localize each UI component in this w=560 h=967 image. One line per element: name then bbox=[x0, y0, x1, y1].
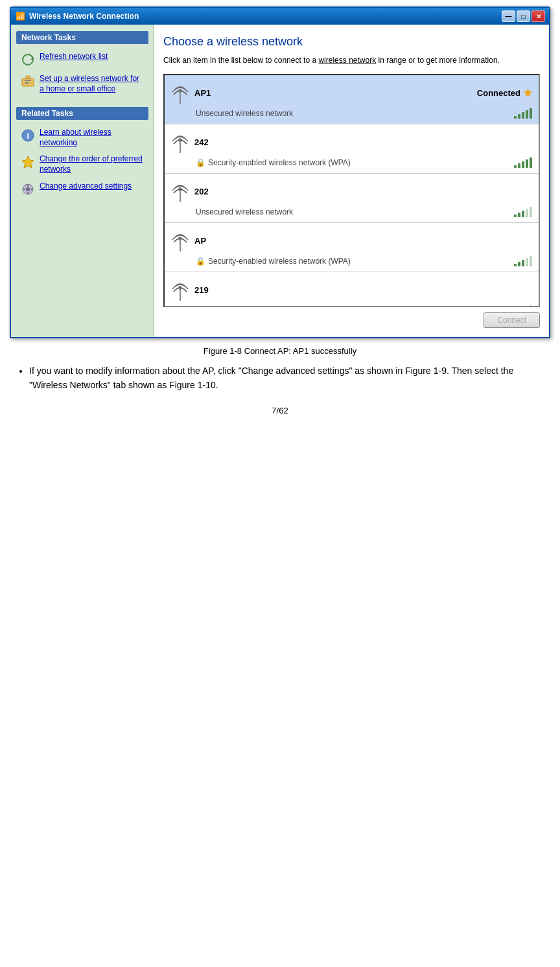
order-label: Change the order of preferred networks bbox=[40, 154, 145, 174]
refresh-label: Refresh network list bbox=[40, 52, 108, 62]
network-item-219[interactable]: 219 🔒 Security-enabled wireless network … bbox=[165, 272, 539, 306]
network-item-ap1-left: AP1 bbox=[171, 80, 211, 106]
network-name-242: 242 bbox=[194, 137, 209, 147]
setup-icon bbox=[20, 74, 36, 89]
wifi-icon-ap bbox=[171, 228, 189, 253]
minimize-button[interactable]: — bbox=[502, 10, 515, 22]
network-list-container: AP1 Connected ★ Unsecured wireless netwo… bbox=[163, 74, 540, 307]
signal-242 bbox=[514, 157, 532, 168]
window-title: Wireless Network Connection bbox=[29, 12, 139, 21]
setup-label: Set up a wireless network for a home or … bbox=[40, 74, 145, 94]
content-area: Choose a wireless network Click an item … bbox=[154, 25, 549, 337]
dialog-window: 📶 Wireless Network Connection — □ ✕ Netw… bbox=[10, 6, 550, 338]
network-219-footer: 🔒 Security-enabled wireless network (WPA… bbox=[171, 305, 532, 306]
network-item-ap[interactable]: AP 🔒 Security-enabled wireless network (… bbox=[165, 223, 539, 272]
network-tasks-title: Network Tasks bbox=[16, 31, 148, 44]
network-name-ap1: AP1 bbox=[194, 88, 211, 98]
network-ap1-footer: Unsecured wireless network bbox=[171, 108, 532, 119]
wifi-icon-242 bbox=[171, 130, 189, 155]
network-name-219: 219 bbox=[194, 285, 209, 295]
network-ap1-security: Unsecured wireless network bbox=[196, 109, 293, 118]
wifi-icon-ap1 bbox=[171, 80, 189, 106]
network-ap-footer: 🔒 Security-enabled wireless network (WPA… bbox=[171, 256, 532, 266]
network-name-ap: AP bbox=[194, 236, 206, 246]
lock-icon-242: 🔒 bbox=[196, 158, 205, 167]
network-item-242[interactable]: 242 🔒 Security-enabled wireless network … bbox=[165, 124, 539, 174]
advanced-icon bbox=[20, 181, 36, 197]
network-242-security: 🔒 Security-enabled wireless network (WPA… bbox=[196, 158, 351, 167]
network-item-ap-left: AP bbox=[171, 228, 206, 253]
sidebar-item-learn[interactable]: i Learn about wireless networking bbox=[16, 125, 148, 150]
body-text: If you want to modify information about … bbox=[10, 364, 550, 393]
wifi-icon-219 bbox=[171, 277, 189, 303]
connected-badge: Connected ★ bbox=[477, 87, 532, 99]
svg-rect-11 bbox=[27, 184, 29, 187]
svg-rect-14 bbox=[30, 189, 33, 190]
learn-icon: i bbox=[20, 128, 36, 143]
svg-marker-8 bbox=[22, 156, 34, 168]
network-item-219-left: 219 bbox=[171, 277, 209, 303]
page-number: 7/62 bbox=[10, 406, 550, 415]
close-button[interactable]: ✕ bbox=[531, 10, 545, 22]
svg-text:i: i bbox=[27, 131, 29, 141]
svg-rect-3 bbox=[26, 76, 30, 78]
refresh-icon bbox=[20, 52, 36, 67]
content-title: Choose a wireless network bbox=[163, 35, 540, 49]
wifi-icon-202 bbox=[171, 179, 189, 204]
sidebar: Network Tasks Refresh network list bbox=[11, 25, 154, 337]
network-name-202: 202 bbox=[194, 187, 209, 196]
lock-icon-ap: 🔒 bbox=[196, 257, 205, 266]
title-bar-buttons: — □ ✕ bbox=[502, 10, 545, 22]
svg-marker-1 bbox=[30, 57, 33, 60]
network-202-footer: Unsecured wireless network bbox=[171, 207, 532, 217]
network-list[interactable]: AP1 Connected ★ Unsecured wireless netwo… bbox=[165, 75, 539, 306]
svg-point-10 bbox=[26, 187, 30, 191]
signal-ap1 bbox=[514, 108, 532, 119]
network-item-202-left: 202 bbox=[171, 179, 209, 204]
connect-area: Connect bbox=[163, 312, 540, 328]
window-icon: 📶 bbox=[15, 11, 25, 21]
network-item-242-left: 242 bbox=[171, 130, 209, 155]
sidebar-item-advanced[interactable]: Change advanced settings bbox=[16, 179, 148, 200]
dialog-body: Network Tasks Refresh network list bbox=[11, 25, 549, 337]
network-ap-security: 🔒 Security-enabled wireless network (WPA… bbox=[196, 257, 351, 266]
related-tasks-title: Related Tasks bbox=[16, 107, 148, 120]
network-item-ap1[interactable]: AP1 Connected ★ Unsecured wireless netwo… bbox=[165, 75, 539, 124]
advanced-label: Change advanced settings bbox=[40, 181, 132, 192]
order-icon bbox=[20, 154, 36, 170]
body-text-item: If you want to modify information about … bbox=[29, 364, 544, 393]
svg-rect-13 bbox=[23, 189, 25, 190]
svg-rect-4 bbox=[25, 80, 31, 81]
learn-label: Learn about wireless networking bbox=[40, 128, 145, 148]
figure-caption: Figure 1-8 Connect AP: AP1 successfully bbox=[10, 346, 550, 356]
title-bar-left: 📶 Wireless Network Connection bbox=[15, 11, 139, 21]
signal-219 bbox=[514, 305, 532, 306]
sidebar-item-refresh[interactable]: Refresh network list bbox=[16, 49, 148, 70]
maximize-button[interactable]: □ bbox=[517, 10, 530, 22]
content-description: Click an item in the list below to conne… bbox=[163, 55, 540, 66]
sidebar-item-order[interactable]: Change the order of preferred networks bbox=[16, 152, 148, 177]
network-202-security: Unsecured wireless network bbox=[196, 207, 293, 216]
signal-202 bbox=[514, 207, 532, 217]
svg-rect-5 bbox=[25, 82, 29, 84]
connected-label: Connected bbox=[477, 88, 520, 98]
title-bar: 📶 Wireless Network Connection — □ ✕ bbox=[11, 8, 549, 25]
star-icon: ★ bbox=[523, 87, 532, 99]
connect-button[interactable]: Connect bbox=[484, 312, 540, 328]
svg-rect-12 bbox=[27, 192, 29, 194]
network-242-footer: 🔒 Security-enabled wireless network (WPA… bbox=[171, 157, 532, 168]
signal-ap bbox=[514, 256, 532, 266]
network-item-202[interactable]: 202 Unsecured wireless network bbox=[165, 174, 539, 223]
sidebar-item-setup[interactable]: Set up a wireless network for a home or … bbox=[16, 71, 148, 97]
related-tasks: Related Tasks i Learn about wireless net… bbox=[16, 107, 148, 199]
